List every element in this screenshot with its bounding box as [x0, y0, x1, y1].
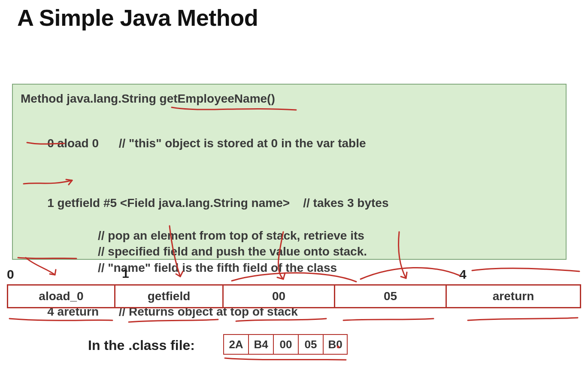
classfile-label: In the .class file:	[88, 338, 195, 353]
hex-byte-1: B4	[248, 334, 273, 355]
bytecode-line-1-comment-b: // specified field and push the value on…	[21, 243, 558, 260]
bytecode-line-1: 1 getfield #5 <Field java.lang.String na…	[21, 179, 558, 227]
hex-byte-0: 2A	[223, 334, 248, 355]
byte-cell-3: 05	[334, 284, 446, 308]
byte-cell-2: 00	[222, 284, 334, 308]
bytecode-listing-panel: Method java.lang.String getEmployeeName(…	[12, 84, 567, 260]
byte-index-1: 1	[122, 266, 129, 281]
bytecode-line-0: 0 aload 0 // "this" object is stored at …	[21, 119, 558, 167]
hex-byte-2: 00	[273, 334, 298, 355]
hex-byte-4: B0	[323, 334, 348, 355]
byte-index-4: 4	[459, 267, 467, 282]
bytecode-line-1-comment-a: // pop an element from top of stack, ret…	[21, 228, 558, 244]
classfile-hex-bytes: 2A B4 00 05 B0	[223, 334, 348, 355]
byte-cell-1: getfield	[114, 284, 222, 308]
method-signature: Method java.lang.String getEmployeeName(…	[21, 91, 558, 107]
byte-cell-0: aload_0	[7, 284, 114, 308]
slide-title: A Simple Java Method	[17, 4, 258, 31]
bytecode-byte-strip: aload_0 getfield 00 05 areturn	[7, 284, 581, 308]
bytecode-line-1-comment-c: // "name" field is the fifth field of th…	[21, 260, 558, 276]
byte-index-0: 0	[7, 267, 14, 282]
byte-cell-4: areturn	[446, 284, 581, 308]
hex-byte-3: 05	[298, 334, 323, 355]
